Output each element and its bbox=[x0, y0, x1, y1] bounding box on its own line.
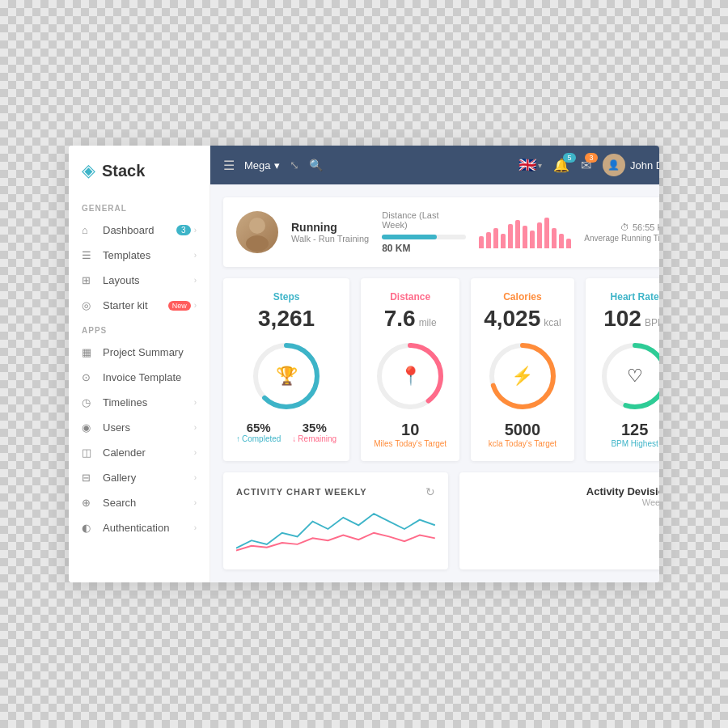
sidebar-item-search[interactable]: ⊕ Search › bbox=[69, 490, 210, 515]
calender-icon: ◫ bbox=[82, 447, 96, 459]
sidebar-item-gallery[interactable]: ⊟ Gallery › bbox=[69, 465, 210, 490]
calories-circle: ⚡ bbox=[486, 340, 559, 413]
flag-chevron: ▾ bbox=[538, 161, 542, 170]
notification-badge: 5 bbox=[563, 153, 576, 163]
distance-bottom: 10 Miles Today's Target bbox=[374, 421, 447, 448]
steps-main: 3,261 bbox=[258, 306, 315, 332]
mega-menu[interactable]: Mega ▾ bbox=[244, 159, 280, 171]
calories-bottom: 5000 kcla Today's Target bbox=[489, 421, 557, 448]
bar-item bbox=[515, 220, 520, 248]
bottom-row: ACTIVITY CHART WEEKLY ↻ Activity Devisio… bbox=[223, 472, 659, 569]
sidebar-item-label: Search bbox=[103, 497, 194, 509]
heartrate-title: Heart Rate bbox=[611, 291, 659, 303]
distance-sub-value: 10 bbox=[374, 421, 447, 439]
sidebar-item-invoice-template[interactable]: ⊙ Invoice Template bbox=[69, 365, 210, 390]
search-icon[interactable]: 🔍 bbox=[309, 159, 323, 171]
distance-card: Distance 7.6 mile 📍 10 Miles bbox=[361, 278, 459, 461]
sidebar-item-label: Starter kit bbox=[103, 299, 168, 311]
division-title: Activity Devision bbox=[472, 485, 659, 497]
logo-text: Stack bbox=[102, 162, 145, 180]
sidebar-item-calender[interactable]: ◫ Calender › bbox=[69, 440, 210, 465]
chevron-icon: › bbox=[194, 276, 197, 285]
steps-card: Steps 3,261 🏆 65% ↑ Com bbox=[223, 278, 349, 461]
calories-sub-value: 5000 bbox=[489, 421, 557, 439]
heartrate-unit: BPM bbox=[645, 317, 659, 328]
distance-title: Distance bbox=[390, 291, 430, 303]
hamburger-icon[interactable]: ☰ bbox=[223, 158, 235, 173]
svg-point-0 bbox=[249, 218, 265, 234]
chevron-icon: › bbox=[194, 423, 197, 432]
mega-label: Mega bbox=[244, 159, 271, 171]
bar-item bbox=[552, 228, 557, 248]
sidebar-item-starter-kit[interactable]: ◎ Starter kit New › bbox=[69, 293, 210, 318]
main-area: ☰ Mega ▾ ⤡ 🔍 🇬🇧 ▾ 🔔 5 ✉ 3 bbox=[210, 146, 659, 582]
trophy-icon: 🏆 bbox=[276, 366, 298, 387]
chevron-icon: › bbox=[194, 226, 197, 235]
sidebar-item-project-summary[interactable]: ▦ Project Summary bbox=[69, 340, 210, 365]
chevron-icon: › bbox=[194, 473, 197, 482]
calories-main: 4,025 kcal bbox=[484, 306, 561, 332]
bar-item bbox=[493, 228, 498, 248]
chart-svg bbox=[236, 505, 435, 553]
chevron-down-icon: ▾ bbox=[274, 159, 280, 171]
calories-title: Calories bbox=[503, 291, 541, 303]
dashboard-content: Running Walk - Run Training Distance (La… bbox=[210, 184, 659, 582]
search-icon: ⊕ bbox=[82, 497, 96, 509]
auth-icon: ◐ bbox=[82, 522, 96, 534]
sidebar-item-layouts[interactable]: ⊞ Layouts › bbox=[69, 268, 210, 293]
users-icon: ◉ bbox=[82, 421, 96, 434]
top-nav-right: 🇬🇧 ▾ 🔔 5 ✉ 3 👤 John Doe ▾ bbox=[518, 154, 659, 176]
templates-icon: ☰ bbox=[82, 249, 96, 261]
bar-item bbox=[501, 234, 506, 248]
sidebar-item-label: Gallery bbox=[103, 472, 194, 484]
distance-main: 7.6 mile bbox=[384, 306, 437, 332]
bar-item bbox=[537, 222, 542, 248]
svg-point-1 bbox=[246, 235, 269, 252]
heartrate-sub-label: BPM Highest bbox=[611, 439, 658, 448]
remaining-label: ↓ Remaining bbox=[292, 434, 336, 443]
location-icon: 📍 bbox=[400, 366, 421, 387]
user-name: John Doe bbox=[630, 159, 659, 171]
steps-circle: 🏆 bbox=[250, 340, 323, 413]
expand-icon[interactable]: ⤡ bbox=[290, 159, 299, 171]
sidebar: ◈ Stack GENERAL ⌂ Dashboard 3 › ☰ Templa… bbox=[69, 146, 210, 582]
distance-km: 80 KM bbox=[382, 243, 466, 254]
sidebar-item-dashboard[interactable]: ⌂ Dashboard 3 › bbox=[69, 218, 210, 243]
bar-item bbox=[486, 232, 491, 248]
bar-item bbox=[508, 224, 513, 248]
sidebar-item-label: Calender bbox=[103, 447, 194, 459]
steps-completed: 65% ↑ Completed bbox=[236, 421, 281, 443]
distance-value: 7.6 bbox=[384, 306, 416, 332]
refresh-icon[interactable]: ↻ bbox=[425, 485, 435, 498]
message-button[interactable]: ✉ 3 bbox=[581, 158, 591, 173]
flag-icon: 🇬🇧 bbox=[518, 156, 536, 174]
stats-grid: Steps 3,261 🏆 65% ↑ Com bbox=[223, 278, 659, 461]
distance-unit: mile bbox=[419, 317, 437, 328]
user-info[interactable]: 👤 John Doe ▾ bbox=[603, 154, 659, 176]
sidebar-item-users[interactable]: ◉ Users › bbox=[69, 415, 210, 440]
time-label: ⏱ 56:55 Hrs bbox=[584, 222, 659, 232]
notification-button[interactable]: 🔔 5 bbox=[553, 158, 569, 173]
sidebar-item-label: Layouts bbox=[103, 274, 194, 286]
heartrate-sub-value: 125 bbox=[611, 421, 658, 439]
bar-item bbox=[523, 226, 527, 248]
runner-avatar bbox=[236, 211, 278, 253]
bar-item bbox=[479, 236, 484, 248]
sidebar-item-timelines[interactable]: ◷ Timelines › bbox=[69, 390, 210, 415]
bar-item bbox=[544, 218, 549, 248]
chevron-icon: › bbox=[194, 448, 197, 457]
heartrate-value: 102 bbox=[603, 306, 641, 332]
chart-header: ACTIVITY CHART WEEKLY ↻ bbox=[236, 485, 435, 498]
flag-button[interactable]: 🇬🇧 ▾ bbox=[518, 156, 542, 174]
heartrate-card: Heart Rate 102 BPM ♡ 125 BPM bbox=[586, 278, 659, 461]
bar-item bbox=[559, 234, 564, 248]
sidebar-item-authentication[interactable]: ◐ Authentication › bbox=[69, 515, 210, 540]
sidebar-item-label: Project Summary bbox=[103, 346, 197, 358]
distance-label: Distance (Last Week) bbox=[382, 210, 466, 230]
calories-sub-label: kcla Today's Target bbox=[489, 439, 557, 448]
sidebar-item-label: Invoice Template bbox=[103, 371, 197, 383]
invoice-icon: ⊙ bbox=[82, 371, 96, 383]
sidebar-item-templates[interactable]: ☰ Templates › bbox=[69, 243, 210, 268]
time-value: 56:55 Hrs bbox=[633, 222, 659, 232]
distance-bar-fill bbox=[382, 235, 437, 239]
